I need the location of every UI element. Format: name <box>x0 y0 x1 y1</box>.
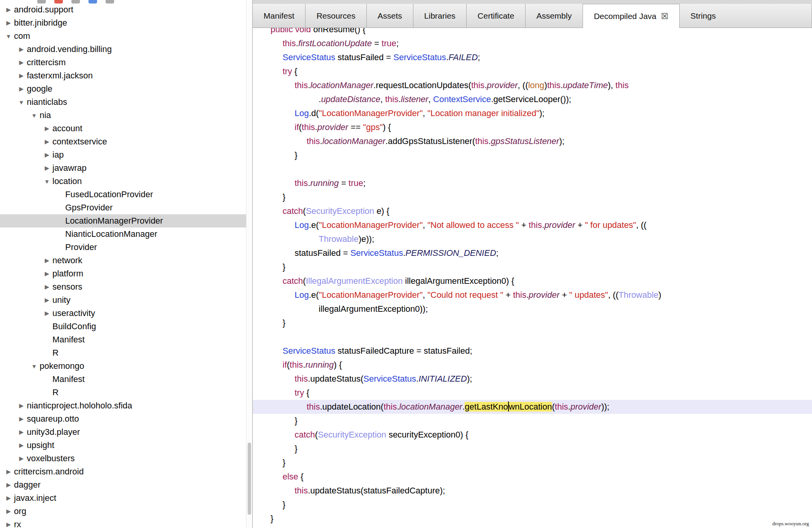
disclosure-triangle-icon[interactable]: ▶ <box>5 508 12 515</box>
main-panel: ManifestResourcesAssetsLibrariesCertific… <box>253 0 812 528</box>
disclosure-triangle-icon[interactable]: ▼ <box>5 33 12 40</box>
tree-item-android-support[interactable]: ▶android.support <box>0 3 252 16</box>
tree-item-fasterxml-jackson[interactable]: ▶fasterxml.jackson <box>0 69 252 82</box>
disclosure-triangle-icon[interactable]: ▶ <box>17 429 25 436</box>
tree-item-sensors[interactable]: ▶sensors <box>0 280 252 294</box>
tree-item-nia[interactable]: ▼nia <box>0 109 252 122</box>
tree-item-javawrap[interactable]: ▶javawrap <box>0 162 252 175</box>
code-token: ); <box>467 374 472 384</box>
code-token: ( <box>303 276 306 286</box>
tree-item-rx[interactable]: ▶rx <box>0 518 252 528</box>
disclosure-triangle-icon[interactable]: ▶ <box>43 151 51 158</box>
disclosure-triangle-icon[interactable]: ▶ <box>17 415 25 422</box>
code-line: } <box>253 260 812 274</box>
disclosure-triangle-icon[interactable]: ▶ <box>5 521 12 528</box>
tree-item-voxelbusters[interactable]: ▶voxelbusters <box>0 452 252 465</box>
code-token: .e( <box>309 220 319 230</box>
disclosure-triangle-icon[interactable]: ▶ <box>43 138 51 145</box>
tree-item-fusedlocationprovider[interactable]: FusedLocationProvider <box>0 188 252 201</box>
disclosure-triangle-icon[interactable]: ▶ <box>43 283 51 290</box>
tree-item-crittercism-android[interactable]: ▶crittercism.android <box>0 465 252 478</box>
disclosure-triangle-icon[interactable]: ▶ <box>43 270 51 277</box>
disclosure-triangle-icon[interactable]: ▶ <box>43 125 51 132</box>
disclosure-triangle-icon[interactable]: ▶ <box>17 46 25 53</box>
disclosure-triangle-icon[interactable]: ▶ <box>43 310 51 317</box>
tree-item-squareup-otto[interactable]: ▶squareup.otto <box>0 412 252 426</box>
tree-item-platform[interactable]: ▶platform <box>0 267 252 280</box>
close-icon[interactable]: ☒ <box>661 12 668 21</box>
code-token: + <box>560 290 569 300</box>
disclosure-triangle-icon[interactable]: ▼ <box>17 99 25 106</box>
tab-assets[interactable]: Assets <box>367 4 413 28</box>
disclosure-triangle-icon[interactable]: ▶ <box>17 442 25 449</box>
tree-item-pokemongo[interactable]: ▼pokemongo <box>0 360 252 373</box>
tree-item-manifest[interactable]: Manifest <box>0 333 252 346</box>
tab-certificate[interactable]: Certificate <box>467 4 526 28</box>
disclosure-triangle-icon[interactable]: ▶ <box>17 455 25 462</box>
tree-item-javax-inject[interactable]: ▶javax.inject <box>0 492 252 505</box>
disclosure-triangle-icon[interactable]: ▶ <box>43 165 51 172</box>
tree-item-nianticlabs[interactable]: ▼nianticlabs <box>0 96 252 109</box>
tab-libraries[interactable]: Libraries <box>413 4 467 28</box>
disclosure-triangle-icon[interactable]: ▼ <box>30 112 38 119</box>
code-token: illegalArgumentException0) { <box>403 276 514 286</box>
tree-item-manifest[interactable]: Manifest <box>0 373 252 386</box>
tab-strings[interactable]: Strings <box>680 4 812 28</box>
disclosure-triangle-icon[interactable]: ▶ <box>5 481 12 488</box>
tree-item-nianticlocationmanager[interactable]: NianticLocationManager <box>0 228 252 241</box>
tree-item-nianticproject-holoholo-sfida[interactable]: ▶nianticproject.holoholo.sfida <box>0 399 252 412</box>
code-token: catch <box>295 430 315 439</box>
disclosure-triangle-icon[interactable]: ▶ <box>43 257 51 264</box>
tree-item-account[interactable]: ▶account <box>0 122 252 135</box>
tree-item-unity3d-player[interactable]: ▶unity3d.player <box>0 426 252 439</box>
tree-item-buildconfig[interactable]: BuildConfig <box>0 320 252 333</box>
tree-item-upsight[interactable]: ▶upsight <box>0 439 252 452</box>
tree-item-org[interactable]: ▶org <box>0 505 252 518</box>
tree-item-label: contextservice <box>52 137 107 147</box>
tab-decompiled-java[interactable]: Decompiled Java☒ <box>583 4 680 28</box>
disclosure-triangle-icon[interactable]: ▶ <box>43 297 51 304</box>
tree-item-label: network <box>52 255 82 266</box>
code-editor[interactable]: public void onResume() {this.firstLocati… <box>253 28 812 528</box>
tree-item-unity[interactable]: ▶unity <box>0 294 252 307</box>
tree-item-google[interactable]: ▶google <box>0 82 252 96</box>
disclosure-triangle-icon[interactable]: ▶ <box>5 468 12 475</box>
code-token: ( <box>315 430 318 439</box>
tree-item-com[interactable]: ▼com <box>0 30 252 43</box>
code-token: try <box>295 388 304 398</box>
tree-item-dagger[interactable]: ▶dagger <box>0 478 252 492</box>
tree-item-contextservice[interactable]: ▶contextservice <box>0 135 252 148</box>
disclosure-triangle-icon[interactable]: ▶ <box>5 19 12 26</box>
tree-item-bitter-jnibridge[interactable]: ▶bitter.jnibridge <box>0 16 252 30</box>
code-token: .e( <box>309 290 319 300</box>
tree-item-gpsprovider[interactable]: GpsProvider <box>0 201 252 214</box>
tree-item-label: account <box>52 123 82 134</box>
disclosure-triangle-icon[interactable]: ▶ <box>17 72 25 79</box>
tab-manifest[interactable]: Manifest <box>253 4 305 28</box>
tree-item-crittercism[interactable]: ▶crittercism <box>0 56 252 69</box>
disclosure-triangle-icon[interactable]: ▶ <box>17 85 25 92</box>
disclosure-triangle-icon[interactable]: ▶ <box>5 495 12 502</box>
tree-item-locationmanagerprovider[interactable]: LocationManagerProvider <box>0 214 252 228</box>
tree-item-useractivity[interactable]: ▶useractivity <box>0 307 252 320</box>
disclosure-triangle-icon[interactable]: ▶ <box>17 59 25 66</box>
tree-item-android-vending-billing[interactable]: ▶android.vending.billing <box>0 43 252 56</box>
tree-scrollbar[interactable] <box>246 0 252 528</box>
disclosure-triangle-icon[interactable]: ▶ <box>5 6 12 13</box>
tab-resources[interactable]: Resources <box>305 4 366 28</box>
tab-assembly[interactable]: Assembly <box>526 4 583 28</box>
tree-item-network[interactable]: ▶network <box>0 254 252 267</box>
tree-item-location[interactable]: ▼location <box>0 175 252 188</box>
disclosure-triangle-icon[interactable]: ▼ <box>30 363 38 370</box>
disclosure-triangle-icon[interactable]: ▼ <box>43 178 51 185</box>
tree-scrollbar-thumb[interactable] <box>248 443 251 515</box>
tree-item-iap[interactable]: ▶iap <box>0 148 252 162</box>
code-token: "gps" <box>363 122 383 132</box>
tab-label: Assembly <box>536 11 572 21</box>
tree-item-r[interactable]: R <box>0 346 252 360</box>
tree-item-provider[interactable]: Provider <box>0 241 252 254</box>
code-token: Throwable <box>619 290 659 300</box>
tree-item-r[interactable]: R <box>0 386 252 399</box>
code-token: updateDistance <box>321 94 380 104</box>
disclosure-triangle-icon[interactable]: ▶ <box>17 402 25 409</box>
